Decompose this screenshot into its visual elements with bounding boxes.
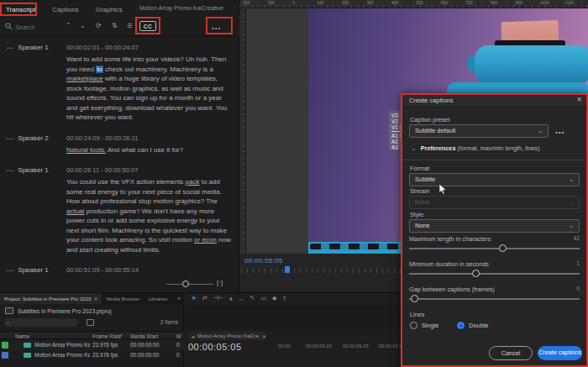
text-segment: check out machinery. Machinery is a bbox=[103, 66, 213, 73]
ruler-label: 300 bbox=[367, 0, 374, 5]
entry-content: 00:00:51:09 - 00:00:55:14How did you get… bbox=[66, 266, 234, 277]
table-row[interactable]: Motion Array Promo KaiCre23.976 fps00:00… bbox=[0, 340, 184, 350]
chevron-down-icon: ⌄ bbox=[569, 197, 574, 208]
entry-speaker: •••Speaker 2 bbox=[7, 134, 66, 155]
previous-match-icon[interactable]: ⌃ bbox=[66, 21, 71, 31]
ruler-label: 900 bbox=[516, 0, 522, 5]
speaker-menu-icon[interactable]: ••• bbox=[7, 266, 14, 273]
tab-captions[interactable]: Captions bbox=[50, 4, 81, 15]
caption-preset-select[interactable]: Subtitle default ⌄ bbox=[409, 124, 549, 138]
slider-track[interactable] bbox=[409, 248, 580, 249]
dialog-sliders: Maximum length in characters42Minimum du… bbox=[409, 233, 580, 308]
cell-media-start: 00:00:00:00 bbox=[130, 342, 159, 348]
timeline-tool-icon[interactable]: ↔ bbox=[239, 296, 244, 301]
text-segment: to bbox=[96, 66, 103, 73]
text-zoom-slider-thumb[interactable] bbox=[182, 280, 189, 287]
format-select[interactable]: Subtitle ⌄ bbox=[409, 173, 580, 186]
sequence-tab[interactable]: ◂ Motion Array Promo KaiCre ✕ bbox=[188, 332, 265, 340]
selection-tool-icon[interactable]: ➤ bbox=[192, 295, 197, 301]
create-captions-dialog: Create captions ✕ Caption preset Subtitl… bbox=[401, 93, 588, 367]
cell-m: 0 bbox=[176, 352, 180, 358]
monitor-timecode: 00:00:05:05 bbox=[244, 257, 283, 265]
project-tab-project-subtitles-in-premiere-pro-2023[interactable]: Project: Subtitles in Premiere Pro 2023✕ bbox=[0, 293, 102, 304]
timeline-tool-icon[interactable]: ✎ bbox=[250, 295, 255, 301]
column-media-start[interactable]: Media Start bbox=[130, 333, 158, 339]
ruler-label: 100 bbox=[268, 0, 275, 5]
entry-timecode: 00:00:26:11 - 00:00:50:07 bbox=[66, 166, 234, 174]
cancel-button[interactable]: Cancel bbox=[489, 346, 533, 360]
filter-icon[interactable]: ☰ bbox=[127, 21, 132, 31]
slider-value: 1 bbox=[576, 260, 580, 268]
premiere-pro-window: TranscriptCaptionsGraphics Motion Array … bbox=[0, 0, 588, 367]
timeline-tool-icon[interactable]: T bbox=[282, 296, 286, 301]
transcript-entry[interactable]: •••Speaker 100:00:51:09 - 00:00:55:14How… bbox=[0, 260, 239, 277]
fit-button-icon[interactable]: [·] bbox=[217, 279, 223, 286]
timeline-tool-icon[interactable]: ♦ bbox=[229, 296, 233, 301]
view-toggle-icon[interactable] bbox=[87, 319, 94, 326]
column-m[interactable]: M bbox=[176, 333, 181, 339]
overflow-icon[interactable]: » bbox=[177, 296, 184, 301]
timeline-tool-icon[interactable]: ⊣⊢ bbox=[213, 295, 223, 301]
timeline-tool-icon[interactable]: ◆ bbox=[272, 295, 276, 301]
radio-single[interactable]: Single bbox=[410, 322, 438, 329]
transcript-entry[interactable]: •••Speaker 100:00:26:11 - 00:00:50:07You… bbox=[0, 160, 239, 260]
tab-transcript[interactable]: Transcript bbox=[3, 4, 38, 15]
column-name[interactable]: Name bbox=[15, 333, 29, 339]
create-captions-icon[interactable]: CC bbox=[139, 21, 156, 31]
slider-gap-between-captions-frames: Gap between captions (frames)0 bbox=[409, 283, 580, 308]
table-row[interactable]: Motion Array Promo KaiCre23.976 fps00:00… bbox=[0, 350, 184, 360]
radio-double[interactable]: Double bbox=[457, 322, 488, 329]
close-icon[interactable]: ✕ bbox=[576, 96, 582, 103]
speaker-menu-icon[interactable]: ••• bbox=[7, 134, 14, 141]
entry-timecode: 00:00:51:09 - 00:00:55:14 bbox=[66, 266, 234, 274]
format-label: Format bbox=[410, 165, 429, 172]
slider-track[interactable] bbox=[409, 298, 580, 300]
clip-icon bbox=[24, 343, 31, 348]
close-icon[interactable]: ✕ bbox=[93, 296, 97, 301]
transcript-footer: [·] bbox=[0, 277, 239, 291]
speaker-menu-icon[interactable]: ••• bbox=[7, 166, 14, 173]
speaker-menu-icon[interactable]: ••• bbox=[7, 44, 14, 50]
transcript-entry[interactable]: •••Speaker 200:00:24:09 - 00:00:26:11Nat… bbox=[0, 128, 239, 160]
ruler-label: 100 bbox=[318, 0, 324, 5]
caption-preset-value: Subtitle default bbox=[415, 127, 455, 134]
project-panel-tabs: Project: Subtitles in Premiere Pro 2023✕… bbox=[0, 293, 184, 304]
slider-thumb[interactable] bbox=[472, 270, 480, 277]
ruler-label: 400 bbox=[391, 0, 398, 5]
preset-more-icon[interactable]: ••• bbox=[555, 128, 564, 136]
search-icon[interactable] bbox=[5, 23, 13, 30]
clip-icon bbox=[24, 353, 31, 358]
preferences-toggle[interactable]: ⌄Preferences (format, max/min length, li… bbox=[411, 144, 540, 152]
timeline-tool-icon[interactable]: ▭ bbox=[260, 295, 266, 301]
style-select[interactable]: None ⌄ bbox=[409, 219, 580, 233]
more-options-icon[interactable]: ••• bbox=[212, 24, 221, 34]
label-color-swatch[interactable] bbox=[2, 352, 8, 359]
project-file-icon bbox=[5, 307, 13, 314]
project-search-input[interactable]: ⌕ bbox=[4, 318, 78, 327]
next-match-icon[interactable]: ⌄ bbox=[80, 21, 86, 31]
transcript-entry[interactable]: •••Speaker 100:00:02:01 - 00:00:24:07Wan… bbox=[0, 37, 239, 128]
retranscribe-icon[interactable]: ⟳ bbox=[96, 21, 102, 31]
slider-track[interactable] bbox=[409, 273, 580, 275]
timeline-tools: ➤⇄⊣⊢♦↔✎▭◆T bbox=[192, 295, 286, 301]
create-captions-button[interactable]: Create captions bbox=[538, 346, 582, 360]
sort-ascending-icon[interactable]: ⌃ bbox=[119, 333, 123, 338]
ruler-label: 800 bbox=[491, 0, 497, 5]
sort-icon[interactable]: ⇅ bbox=[112, 21, 118, 31]
slider-minimum-duration-in-seconds: Minimum duration in seconds1 bbox=[409, 258, 580, 283]
column-frame-rate[interactable]: Frame Rate bbox=[92, 333, 121, 339]
project-file[interactable]: Subtitles in Premiere Pro 2023.prproj bbox=[5, 307, 111, 314]
slider-thumb[interactable] bbox=[411, 295, 418, 302]
project-tab-media-browser[interactable]: Media Browser bbox=[102, 294, 144, 304]
monitor-playhead[interactable] bbox=[285, 266, 290, 273]
project-tab-libraries[interactable]: Libraries bbox=[144, 294, 171, 304]
cell-m: 0 bbox=[176, 342, 180, 348]
timeline-tool-icon[interactable]: ⇄ bbox=[202, 295, 207, 301]
search-input[interactable]: Search bbox=[15, 24, 61, 31]
close-icon[interactable]: ✕ bbox=[262, 333, 265, 339]
tab-graphics[interactable]: Graphics bbox=[93, 4, 125, 15]
entry-content: 00:00:02:01 - 00:00:24:07Want to add som… bbox=[66, 44, 234, 123]
slider-thumb[interactable] bbox=[499, 244, 507, 252]
label-color-swatch[interactable] bbox=[2, 342, 8, 349]
items-count: 2 Items bbox=[160, 319, 178, 325]
